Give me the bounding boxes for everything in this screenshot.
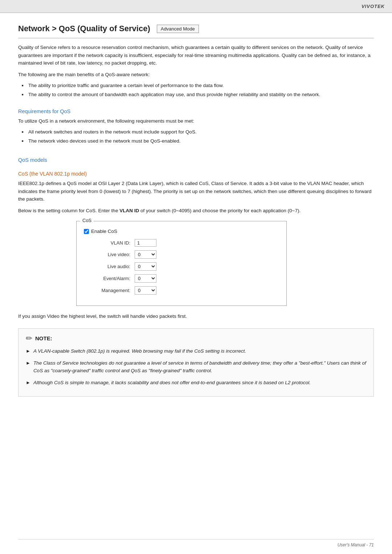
cos-text1: IEEE802.1p defines a QoS model at OSI La… xyxy=(18,180,374,203)
brand-label: VIVOTEK xyxy=(362,4,385,9)
cos-management-row: Management: 0123 4567 xyxy=(84,286,279,295)
cos-enable-row: Enable CoS xyxy=(84,229,279,234)
page-title: Network > QoS (Quality of Service) xyxy=(18,24,150,33)
management-select[interactable]: 0123 4567 xyxy=(135,286,156,295)
live-audio-select[interactable]: 0123 4567 xyxy=(135,262,156,271)
cos-box-label: CoS xyxy=(80,218,94,223)
advanced-mode-button[interactable]: Advanced Mode xyxy=(157,25,199,33)
cos-box: CoS Enable CoS VLAN ID: Live video: 0123… xyxy=(76,221,287,306)
intro-bullet-2: The ability to control the amount of ban… xyxy=(22,91,374,98)
note-item-1: ► A VLAN-capable Switch (802.1p) is requ… xyxy=(26,348,366,355)
live-video-label: Live video: xyxy=(84,252,135,257)
enable-cos-label: Enable CoS xyxy=(91,229,117,234)
management-label: Management: xyxy=(84,288,135,293)
req-heading: Requirements for QoS xyxy=(18,108,374,114)
note-item-3: ► Although CoS is simple to manage, it l… xyxy=(26,379,366,387)
req-text: To utilize QoS in a network environment,… xyxy=(18,117,374,125)
req-bullet-1: All network switches and routers in the … xyxy=(22,128,374,136)
cos-live-audio-row: Live audio: 0123 4567 xyxy=(84,262,279,271)
intro-bullet-1: The ability to prioritize traffic and gu… xyxy=(22,82,374,89)
intro-paragraph: Quality of Service refers to a resource … xyxy=(18,44,374,67)
intro-bullet-list: The ability to prioritize traffic and gu… xyxy=(22,82,374,98)
qos-models-heading: QoS models xyxy=(18,157,374,163)
note-icon: ✏ xyxy=(26,334,32,343)
cos-after-text: If you assign Video the highest level, t… xyxy=(18,312,374,320)
cos-live-video-row: Live video: 0123 4567 xyxy=(84,250,279,259)
page-footer: User's Manual - 71 xyxy=(338,542,374,547)
cos-event-alarm-row: Event/Alarm: 0123 4567 xyxy=(84,274,279,283)
main-content: Network > QoS (Quality of Service) Advan… xyxy=(0,13,392,422)
cos-text2: Below is the setting column for CoS. Ent… xyxy=(18,207,374,215)
cos-box-wrapper: CoS Enable CoS VLAN ID: Live video: 0123… xyxy=(76,221,287,306)
event-alarm-label: Event/Alarm: xyxy=(84,276,135,281)
cos-heading: CoS (the VLAN 802.1p model) xyxy=(18,171,374,177)
live-video-select[interactable]: 0123 4567 xyxy=(135,250,156,259)
live-audio-label: Live audio: xyxy=(84,264,135,269)
note-title: NOTE: xyxy=(35,335,52,341)
note-header: ✏ NOTE: xyxy=(26,334,366,343)
top-bar: VIVOTEK xyxy=(0,0,392,13)
event-alarm-select[interactable]: 0123 4567 xyxy=(135,274,156,283)
vlan-id-input[interactable] xyxy=(135,239,156,247)
req-bullet-list: All network switches and routers in the … xyxy=(22,128,374,145)
page-title-row: Network > QoS (Quality of Service) Advan… xyxy=(18,24,374,38)
note-item-2: ► The Class of Service technologies do n… xyxy=(26,360,366,375)
enable-cos-checkbox[interactable] xyxy=(84,229,89,234)
note-box: ✏ NOTE: ► A VLAN-capable Switch (802.1p)… xyxy=(18,328,374,397)
req-bullet-2: The network video devices used in the ne… xyxy=(22,138,374,145)
cos-vlan-row: VLAN ID: xyxy=(84,239,279,247)
intro-text2: The following are the main benefits of a… xyxy=(18,71,374,79)
footer-line xyxy=(18,539,374,539)
vlan-id-label: VLAN ID: xyxy=(84,240,135,246)
